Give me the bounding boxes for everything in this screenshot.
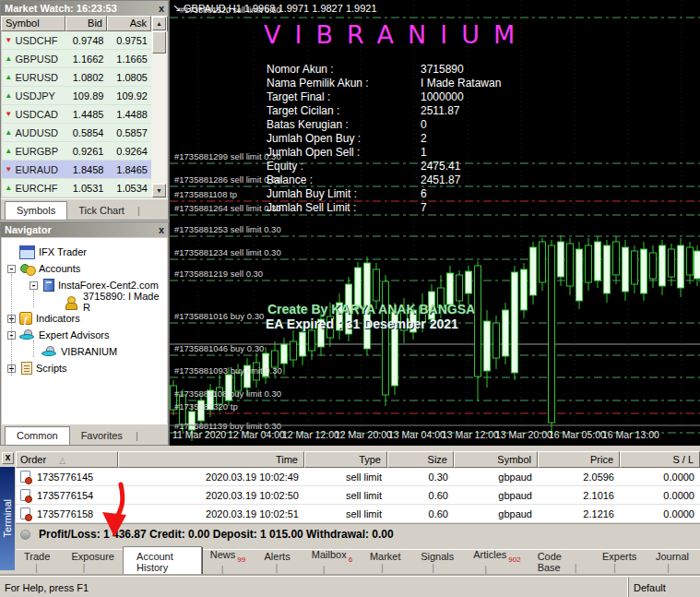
market-watch-row[interactable]: AUDUSD 0.5854 0.5857: [2, 124, 151, 142]
column-header-bid[interactable]: Bid: [65, 16, 107, 31]
close-icon[interactable]: x: [159, 4, 164, 14]
terminal-tab[interactable]: Exposure: [63, 546, 123, 578]
market-watch-row[interactable]: EURGBP 0.9261 0.9264: [2, 142, 151, 161]
ask-value: 1.4488: [107, 109, 151, 120]
terminal-tab[interactable]: Account History: [123, 546, 202, 578]
column-header-symbol[interactable]: Symbol: [454, 451, 538, 468]
navigator-tree-item[interactable]: IFX Trader: [2, 244, 167, 260]
navigator-tab[interactable]: Common: [5, 426, 70, 445]
svg-text:#1735881016 buy 0.30: #1735881016 buy 0.30: [174, 311, 264, 321]
market-watch-row[interactable]: EURAUD 1.8458 1.8465: [2, 161, 151, 179]
sl-cell: 0.0000: [620, 472, 700, 483]
symbol-cell: gbpaud: [454, 508, 538, 519]
bid-value: 0.9748: [64, 35, 108, 46]
tree-expander-icon[interactable]: [52, 298, 60, 306]
order-row[interactable]: 1735776154 2020.03.19 10:02:50 sell limi…: [16, 486, 700, 505]
close-icon[interactable]: x: [159, 225, 164, 235]
column-header-ask[interactable]: Ask: [107, 16, 151, 31]
market-watch-scrollbar[interactable]: ▲ ▼: [151, 17, 167, 197]
price-cell: 2.1216: [538, 508, 620, 519]
bid-value: 1.4485: [64, 109, 108, 120]
market-watch-row[interactable]: GBPUSD 1.1662 1.1665: [2, 50, 151, 68]
terminal-tab-label: Account History: [136, 551, 173, 573]
scroll-down-icon[interactable]: ▼: [152, 184, 166, 197]
price-direction-icon: [2, 166, 16, 173]
status-profile[interactable]: Default: [628, 577, 700, 597]
ea-info-panel: Nomor Akun : 3715890 Nama Pemilik Akun :…: [267, 63, 501, 215]
mt4-window: Market Watch: 16:23:53 x Symbol Bid Ask …: [0, 0, 700, 597]
time-cell: 2020.03.19 10:02:51: [118, 508, 304, 519]
svg-text:#1735881108 buy limit 0.30: #1735881108 buy limit 0.30: [174, 388, 281, 399]
ea-info-row: Target Cicilan : 2511.87: [267, 104, 501, 118]
terminal-tab[interactable]: Journal: [647, 546, 700, 578]
column-header-price[interactable]: Price: [538, 451, 620, 468]
navigator-tab[interactable]: Favorites: [70, 427, 149, 445]
terminal-tab[interactable]: Alerts: [256, 546, 303, 578]
scroll-thumb[interactable]: [152, 31, 166, 54]
ea-info-value: 7: [421, 201, 427, 215]
ea-info-label: Nama Pemilik Akun :: [267, 77, 421, 90]
terminal-tab[interactable]: Articles902: [465, 544, 528, 579]
market-watch-tab[interactable]: Tick Chart: [67, 202, 151, 220]
ea-info-row: Nomor Akun : 3715890: [267, 63, 501, 77]
close-icon[interactable]: x: [2, 452, 14, 464]
navigator-tree-item[interactable]: - Expert Advisors: [2, 327, 167, 343]
svg-text:11 Mar 2020: 11 Mar 2020: [172, 429, 226, 440]
terminal-tab[interactable]: Code Base: [529, 546, 594, 578]
svg-text:#1735881253 sell limit 0.30: #1735881253 sell limit 0.30: [174, 224, 281, 234]
price-direction-icon: [2, 129, 16, 137]
tree-expander-icon[interactable]: -: [7, 265, 16, 273]
price-direction-icon: [2, 111, 16, 118]
column-header-order[interactable]: Order: [16, 451, 118, 468]
terminal-tab[interactable]: Signals: [412, 546, 465, 578]
ea-info-label: Jumlah Open Buy :: [267, 132, 421, 146]
bid-value: 1.0531: [64, 183, 108, 194]
tree-item-label: Expert Advisors: [39, 329, 109, 340]
market-watch-row[interactable]: USDCAD 1.4485 1.4488: [2, 105, 151, 124]
terminal-tab[interactable]: Market: [362, 546, 412, 578]
market-watch-row[interactable]: EURUSD 1.0802 1.0805: [2, 68, 151, 87]
symbol-name: EURUSD: [16, 72, 64, 83]
terminal-tab[interactable]: News99: [202, 544, 256, 579]
market-watch-tab[interactable]: Symbols: [5, 201, 67, 220]
column-header-type[interactable]: Type: [304, 451, 387, 468]
scroll-up-icon[interactable]: ▲: [152, 17, 166, 30]
navigator-tree-item[interactable]: + Scripts: [2, 360, 167, 376]
navigator-panel: Navigator x IFX Trader - Accounts - Inst…: [0, 221, 169, 446]
column-header-size[interactable]: Size: [387, 451, 454, 468]
order-cell: 1735776154: [16, 489, 118, 501]
terminal-sidebar: Terminal: [0, 467, 15, 570]
column-header-time[interactable]: Time: [118, 451, 304, 468]
status-bar: For Help, press F1 Default: [0, 576, 700, 597]
order-row[interactable]: 1735776158 2020.03.19 10:02:51 sell limi…: [16, 505, 700, 523]
tree-expander-icon[interactable]: [7, 248, 16, 257]
terminal-tab[interactable]: Experts: [594, 546, 647, 578]
navigator-tree-item[interactable]: VIBRANIUM: [2, 343, 167, 360]
market-watch-tabs: SymbolsTick Chart: [1, 198, 168, 220]
terminal-tab[interactable]: Mailbox6: [303, 544, 362, 579]
order-document-icon: [20, 489, 30, 501]
navigator-tree-item[interactable]: 3715890: I Made R: [2, 293, 167, 310]
terminal-tab-label: Trade: [24, 551, 50, 562]
order-row[interactable]: 1735776145 2020.03.19 10:02:49 sell limi…: [16, 468, 700, 486]
market-watch-row[interactable]: USDCHF 0.9748 0.9751: [2, 31, 151, 50]
column-header-symbol[interactable]: Symbol: [1, 16, 65, 31]
chart-area[interactable]: #1735881299 sell limit 0.30#1735881286 s…: [169, 0, 700, 446]
tree-guide-line: [33, 291, 34, 307]
terminal-tab[interactable]: Trade: [16, 546, 63, 578]
price-cell: 2.1016: [538, 490, 620, 501]
column-header-sl[interactable]: S / L: [620, 451, 700, 468]
navigator-tree-item[interactable]: - Accounts: [2, 260, 167, 277]
size-cell: 0.60: [387, 490, 454, 501]
market-watch-row[interactable]: USDJPY 109.89 109.92: [2, 87, 151, 105]
ea-info-label: Batas Kerugian :: [267, 118, 421, 132]
ea-info-label: Jumlah Open Sell :: [267, 146, 421, 160]
symbol-name: EURAUD: [16, 164, 64, 175]
market-watch-row[interactable]: EURCHF 1.0531 1.0534: [2, 179, 151, 197]
bid-value: 1.8458: [64, 164, 108, 175]
tree-expander-icon[interactable]: -: [30, 281, 38, 290]
ask-value: 1.0805: [107, 72, 151, 83]
svg-text:#1735881234 sell limit 0.30: #1735881234 sell limit 0.30: [174, 247, 281, 257]
svg-text:13 Mar 20:00: 13 Mar 20:00: [495, 429, 552, 440]
price-direction-icon: [2, 185, 16, 192]
